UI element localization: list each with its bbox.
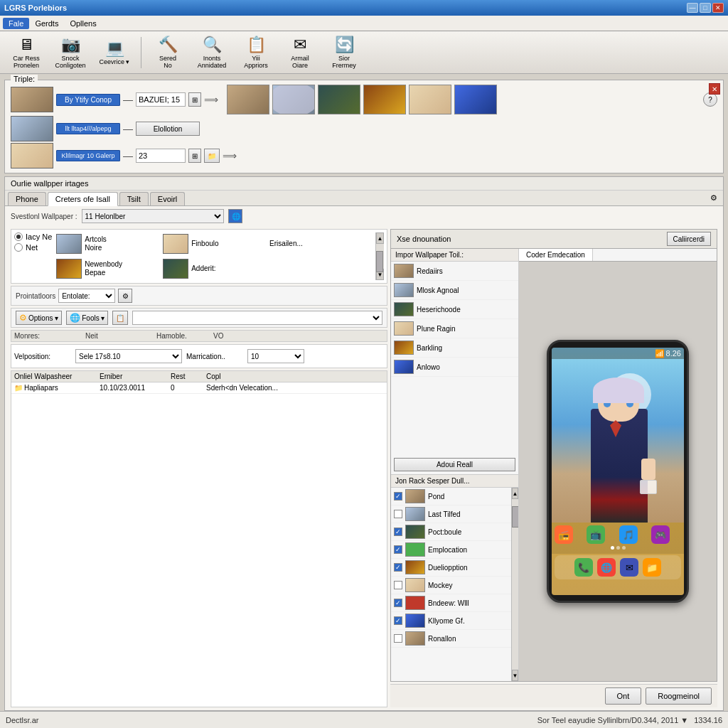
phone-icon-1[interactable]: 📻 [555, 525, 573, 544]
options-extra-select[interactable] [132, 311, 382, 325]
cl-scroll-up[interactable]: ▲ [512, 488, 518, 499]
menu-gerdts[interactable]: Gerdts [29, 18, 64, 29]
table-icon-btn[interactable]: 📋 [112, 311, 128, 325]
scroll-up-btn[interactable]: ▲ [376, 232, 384, 244]
triple-label-1[interactable]: By Ytify Conop [56, 94, 120, 106]
triple-input-1[interactable] [136, 92, 186, 107]
radio-iacy-btn[interactable] [14, 232, 23, 241]
cl-scroll-thumb[interactable] [512, 506, 518, 528]
strip-thumb-6[interactable] [454, 85, 497, 114]
dock-files[interactable]: 📁 [643, 558, 661, 577]
grid-item-newenbody[interactable]: NewenbodyBepae [55, 257, 159, 280]
options-btn[interactable]: ⚙ Options ▾ [16, 311, 62, 325]
help-btn[interactable]: ? [703, 92, 717, 107]
grid-item-finboulo[interactable]: Finboulo [161, 232, 266, 255]
phone-icon-4[interactable]: 🎮 [651, 525, 670, 544]
strip-thumb-4[interactable] [363, 85, 406, 114]
check-duel-box[interactable]: ✓ [394, 563, 402, 572]
triple-btn-icon-1[interactable]: ⊞ [188, 92, 201, 107]
triple-file-3[interactable]: 📁 [204, 149, 220, 163]
radio-net-btn[interactable] [14, 243, 23, 252]
check-ron-box[interactable] [394, 634, 402, 643]
triple-arrow-1[interactable]: ⟹ [204, 94, 218, 105]
close-button[interactable]: ✕ [712, 3, 724, 13]
scroll-thumb[interactable] [376, 251, 383, 272]
triple-label-2[interactable]: llt lltap4///alpepg [56, 123, 120, 134]
phone-icon-3[interactable]: 🎵 [619, 525, 638, 544]
strip-thumb-5[interactable] [409, 85, 451, 114]
check-pond-box[interactable]: ✓ [394, 492, 402, 500]
check-bndeew[interactable]: ✓ Bndeew: Wlll [391, 594, 511, 612]
check-poctboule[interactable]: ✓ Poct:boule [391, 523, 511, 541]
strip-thumb-3[interactable] [318, 85, 360, 114]
coder-tab-main[interactable]: Coder Emdecation [519, 249, 593, 261]
check-empl-box[interactable]: ✓ [394, 545, 402, 554]
check-pond[interactable]: ✓ Pond [391, 488, 511, 505]
wp-import-mlosk[interactable]: Mlosk Agnoal [391, 281, 518, 300]
check-dueliopption[interactable]: ✓ Dueliopption [391, 559, 511, 577]
toolbar-inonts[interactable]: 🔍 InontsAnnidated [191, 34, 232, 71]
check-mock-box[interactable] [394, 581, 402, 589]
toolbar-armail[interactable]: ✉ ArmailOiare [279, 34, 321, 71]
wp-import-anlowo[interactable]: Anlowo [391, 358, 518, 377]
wp-import-redaiirs[interactable]: Redaiirs [391, 262, 518, 281]
panel-close-btn[interactable]: ✕ [709, 83, 720, 95]
radio-iacy-ne[interactable]: Iacy Ne [14, 232, 52, 241]
velposition-select[interactable]: Sele 17s8.10 [75, 349, 182, 363]
wp-import-heseric[interactable]: Heserichoode [391, 300, 518, 319]
check-kll-box[interactable]: ✓ [394, 616, 402, 625]
check-bnd-box[interactable]: ✓ [394, 599, 402, 607]
roogmeinol-button[interactable]: Roogmeinol [646, 687, 712, 705]
toolbar-car-ress[interactable]: 🖥 Car RessPronelen [6, 34, 47, 71]
items-scrollbar[interactable]: ▲ ▼ [375, 232, 384, 280]
triple-input-3[interactable] [136, 149, 186, 163]
minimize-button[interactable]: — [687, 3, 698, 13]
add-all-btn[interactable]: Adoui Reall [394, 458, 515, 471]
wp-import-barkling[interactable]: Barkling [391, 338, 518, 358]
tab-creters[interactable]: Creters ofe Isall [48, 192, 118, 206]
toolbar-sior[interactable]: 🔄 SiorFrermey [323, 34, 365, 71]
grid-item-artcols[interactable]: ArtcolsNoire [55, 232, 159, 255]
dock-browser[interactable]: 🌐 [597, 558, 616, 577]
section-globe-btn[interactable]: 🌐 [228, 209, 242, 223]
toolbar-snock[interactable]: 📷 SnockConligoten [50, 34, 91, 71]
triple-arrow-3[interactable]: ⟹ [223, 150, 237, 161]
dock-mail[interactable]: ✉ [620, 558, 638, 577]
params-icon-btn[interactable]: ⚙ [118, 289, 132, 303]
toolbar-sered[interactable]: 🔨 SeredNo [147, 34, 188, 71]
strip-thumb-2[interactable] [272, 85, 315, 114]
cl-scroll-down[interactable]: ▼ [512, 670, 518, 681]
caliircerdi-btn[interactable]: Caliircerdi [667, 232, 711, 246]
check-ronallon[interactable]: Ronallon [391, 630, 511, 648]
menu-options[interactable]: Opllens [64, 18, 102, 29]
maximize-button[interactable]: □ [700, 3, 711, 13]
marrication-select[interactable]: 10 [247, 349, 304, 363]
radio-net[interactable]: Net [14, 243, 52, 252]
ont-button[interactable]: Ont [605, 687, 642, 705]
menu-file[interactable]: Fale [3, 18, 29, 29]
grid-item-erisailen[interactable]: Erisailen... [268, 232, 373, 255]
toolbar-yiii[interactable]: 📋 YiiiAppriors [235, 34, 277, 71]
wp-table-row[interactable]: 📁 Hapliapars 10.10/23.0011 0 Sderh<dn Ve… [11, 382, 387, 394]
strip-thumb-1[interactable] [227, 85, 269, 114]
toolbar-ceevrice[interactable]: 💻 Ceevrice ▾ [94, 34, 135, 71]
elollotion-btn[interactable]: Elollotion [136, 122, 200, 136]
section-icon-btn[interactable]: ⚙ [707, 192, 720, 205]
phone-icon-2[interactable]: 📺 [587, 525, 605, 544]
dock-phone[interactable]: 📞 [574, 558, 593, 577]
check-last-box[interactable] [394, 510, 402, 518]
check-mockey[interactable]: Mockey [391, 577, 511, 594]
wp-import-plune[interactable]: Plune Ragin [391, 319, 518, 338]
tab-evoirl[interactable]: Evoirl [150, 192, 186, 205]
tab-phone[interactable]: Phone [8, 192, 46, 205]
checklist-scrollbar[interactable]: ▲ ▼ [511, 488, 518, 681]
check-poct-box[interactable]: ✓ [394, 528, 402, 536]
triple-btn-icon-3[interactable]: ⊞ [188, 149, 201, 163]
fools-btn[interactable]: 🌐 Fools ▾ [66, 311, 108, 325]
check-emplocation[interactable]: ✓ Emplocation [391, 541, 511, 559]
tab-tsilt[interactable]: Tsilt [119, 192, 149, 205]
grid-item-adderit[interactable]: Adderit: [161, 257, 266, 280]
triple-label-3[interactable]: KlIlmagr 10 Galerp [56, 150, 120, 161]
section-dropdown-select[interactable]: 11 Helonlber [82, 209, 224, 223]
check-last-tilfed[interactable]: Last Tilfed [391, 505, 511, 523]
